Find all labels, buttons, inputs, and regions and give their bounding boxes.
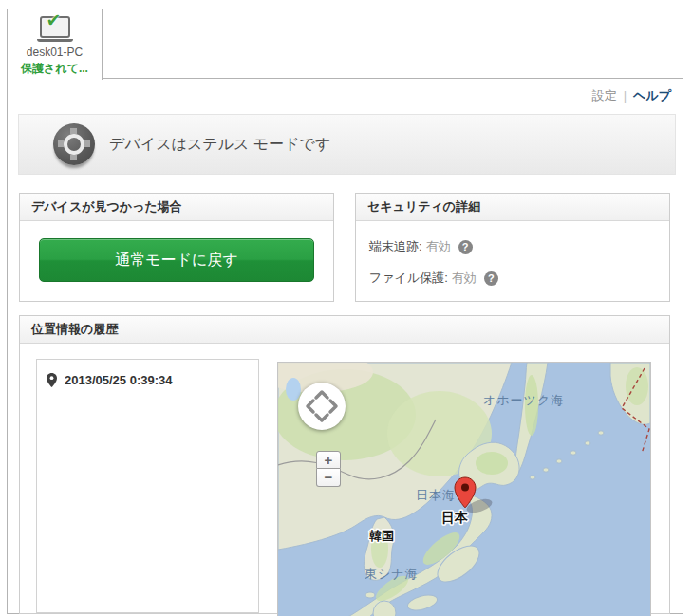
stealth-target-icon: [53, 123, 95, 165]
location-map[interactable]: オホーツク海 日本海 東シナ海 韓国 日本: [277, 362, 651, 616]
anti-theft-page: ✔ desk01-PC 保護されて... 設定|ヘルプ デバイスはステルス モー…: [0, 0, 692, 616]
pan-arrows: [298, 383, 346, 430]
icon-notch: [84, 140, 90, 147]
zoom-out-button[interactable]: −: [316, 469, 341, 487]
location-timestamp: 2013/05/25 0:39:34: [65, 373, 172, 387]
pan-right-icon[interactable]: [330, 401, 336, 412]
header-links: 設定|ヘルプ: [592, 87, 671, 104]
icon-notch: [70, 128, 77, 134]
label-east-china-sea: 東シナ海: [365, 567, 419, 581]
device-name: desk01-PC: [8, 46, 102, 59]
label-japan-sea: 日本海: [416, 488, 456, 502]
pan-down-icon[interactable]: [316, 415, 327, 420]
device-found-panel: デバイスが見つかった場合 通常モードに戻す: [19, 193, 334, 302]
pan-left-icon[interactable]: [308, 401, 313, 412]
icon-notch: [58, 140, 64, 147]
link-divider: |: [624, 88, 627, 103]
location-history-title: 位置情報の履歴: [20, 316, 669, 344]
laptop-icon: ✔: [40, 16, 70, 38]
tracking-label: 端末追跡:: [369, 238, 422, 255]
pan-up-icon[interactable]: [316, 392, 327, 398]
icon-notch: [70, 155, 77, 160]
location-entry[interactable]: 2013/05/25 0:39:34: [37, 360, 258, 387]
question-icon[interactable]: ?: [484, 271, 498, 286]
stealth-mode-banner: デバイスはステルス モードです: [18, 114, 676, 175]
security-row-tracking: 端末追跡: 有効 ?: [369, 238, 656, 255]
check-icon: ✔: [47, 11, 62, 29]
settings-link[interactable]: 設定: [592, 88, 617, 103]
security-details-panel: セキュリティの詳細 端末追跡: 有効 ? ファイル保護: 有効 ?: [355, 193, 670, 302]
label-japan: 日本: [441, 510, 468, 525]
zoom-in-button[interactable]: +: [316, 451, 341, 469]
map-zoom-control: + −: [316, 451, 341, 487]
map-pan-control[interactable]: [298, 383, 346, 430]
laptop-base: [37, 39, 73, 42]
restore-normal-mode-button[interactable]: 通常モードに戻す: [39, 238, 314, 282]
label-korea: 韓国: [369, 529, 394, 543]
file-protection-value: 有効: [452, 270, 477, 287]
label-okhotsk-sea: オホーツク海: [483, 393, 564, 407]
jeju-island: [365, 592, 375, 598]
security-details-title: セキュリティの詳細: [356, 194, 669, 221]
protection-status: 保護されて...: [8, 61, 102, 77]
tracking-value: 有効: [426, 238, 451, 255]
security-details-body: 端末追跡: 有効 ? ファイル保護: 有効 ?: [356, 221, 669, 287]
stealth-message: デバイスはステルス モードです: [109, 135, 330, 155]
vegetation: [476, 452, 508, 475]
help-link[interactable]: ヘルプ: [633, 88, 671, 103]
security-row-file-protection: ファイル保護: 有効 ?: [369, 270, 656, 287]
map-pin-icon: [47, 373, 57, 387]
file-protection-label: ファイル保護:: [369, 270, 448, 287]
vegetation: [626, 367, 648, 405]
tab-device-desk01[interactable]: ✔ desk01-PC 保護されて...: [7, 9, 103, 80]
device-found-title: デバイスが見つかった場合: [20, 194, 333, 221]
question-icon[interactable]: ?: [458, 240, 473, 254]
location-history-list: 2013/05/25 0:39:34: [36, 359, 259, 613]
